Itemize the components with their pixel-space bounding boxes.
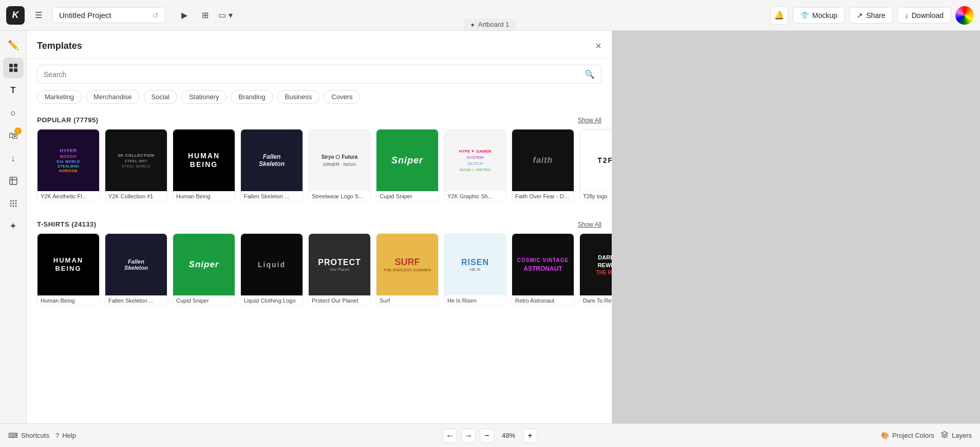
template-card[interactable]: COSMIC VINTAGE ASTRONAUT Retro Astronaut — [512, 233, 574, 306]
sidebar-item-edit[interactable]: ✏️ — [3, 35, 24, 55]
bottom-left: ⌨ Shortcuts ? Help — [8, 432, 76, 439]
panel-header: Templates × — [27, 31, 612, 59]
sidebar-item-magic[interactable]: ✦ — [3, 216, 24, 236]
svg-point-5 — [10, 200, 11, 202]
shortcuts-button[interactable]: ⌨ Shortcuts — [8, 432, 49, 439]
template-card[interactable]: Liquid Liquid Clothing Logo — [240, 233, 303, 306]
tshirts-grid: HUMANBEING Human Being FallenSkeleton Fa… — [37, 233, 601, 306]
template-card[interactable]: Sniper Cupid Sniper — [173, 233, 235, 306]
template-name: T2fly logo — [580, 191, 612, 201]
layers-button[interactable]: Layers — [940, 431, 972, 440]
template-card[interactable]: SURF THE ENDLESS SUMMER Surf — [376, 233, 439, 306]
search-area: 🔍 — [27, 59, 612, 90]
template-card[interactable]: RISEN HE IS He Is Risen — [444, 233, 506, 306]
share-icon: ↗ — [857, 11, 863, 20]
menu-button[interactable]: ☰ — [30, 7, 47, 24]
undo-button[interactable]: ← — [443, 429, 457, 443]
panel-title: Templates — [37, 41, 82, 51]
sidebar-item-grid[interactable] — [3, 193, 24, 214]
sidebar-item-bag[interactable]: 🛍 ! — [3, 125, 24, 146]
download-button[interactable]: ↓ Download — [897, 7, 951, 24]
edit-title-icon[interactable]: ↺ — [153, 11, 159, 20]
play-button[interactable]: ▶ — [176, 7, 193, 24]
svg-rect-3 — [14, 68, 17, 72]
tshirts-show-all[interactable]: Show All — [578, 221, 601, 228]
filter-tab-business[interactable]: Business — [277, 90, 320, 104]
artboard-tab[interactable]: ● Artboard 1 — [464, 18, 517, 30]
help-button[interactable]: ? Help — [55, 432, 76, 439]
filter-tab-merchandise[interactable]: Merchandise — [86, 90, 139, 104]
template-card[interactable]: faith Faith Over Fear - Dar... — [512, 129, 574, 202]
template-card[interactable]: DARE TOREWRITE THE RULES Dare To Rewrite… — [579, 233, 612, 306]
project-colors-button[interactable]: 🎨 Project Colors — [881, 432, 934, 439]
filter-tab-covers[interactable]: Covers — [324, 90, 360, 104]
sidebar-item-shapes[interactable]: ○ — [3, 103, 24, 123]
zoom-out-button[interactable]: − — [480, 429, 494, 443]
filter-tab-social[interactable]: Social — [144, 90, 177, 104]
template-name: Faith Over Fear - Dar... — [512, 191, 574, 201]
topbar-tools: ▶ ⊞ ▭ ▾ — [176, 7, 234, 24]
frame-button[interactable]: ⊞ — [196, 7, 214, 24]
topbar-right: 🔔 👕 Mockup ↗ Share ↓ Download — [770, 6, 974, 25]
template-name: Y2K Aesthetic Fl... — [37, 191, 99, 201]
popular-show-all[interactable]: Show All — [578, 117, 601, 124]
template-name: Dare To Rewrite The ... — [580, 295, 612, 306]
close-panel-button[interactable]: × — [595, 40, 601, 52]
template-name: Surf — [376, 295, 438, 306]
sidebar-item-text[interactable]: T — [3, 80, 24, 101]
notifications-button[interactable]: 🔔 — [770, 6, 788, 25]
main-layout: ✏️ T ○ 🛍 ! ↓ ✦ Templates × — [0, 31, 980, 447]
template-card[interactable]: HYPE ✦ GAMER SYSTEM GLITCH NOVA ☆ RETRO … — [444, 129, 506, 202]
svg-point-12 — [12, 206, 14, 207]
share-button[interactable]: ↗ Share — [849, 7, 893, 24]
template-card[interactable]: Siryo ⬡ Futura GRNER · NOVA Streetwear L… — [308, 129, 371, 202]
template-name: Cupid Sniper — [173, 295, 235, 306]
zoom-controls: ← → − 48% + — [443, 429, 537, 443]
template-card[interactable]: T2FLY T2fly logo — [579, 129, 612, 202]
svg-rect-4 — [10, 177, 17, 184]
shape-button[interactable]: ▭ ▾ — [217, 7, 234, 24]
sidebar-item-mask[interactable] — [3, 171, 24, 191]
project-title: Untitled Project — [59, 11, 149, 20]
template-name: Liquid Clothing Logo — [241, 295, 303, 306]
topbar: K ☰ Untitled Project ↺ ▶ ⊞ ▭ ▾ ● Artboar… — [0, 0, 980, 31]
search-input[interactable] — [44, 70, 580, 79]
filter-tab-stationery[interactable]: Stationery — [181, 90, 227, 104]
filter-tab-branding[interactable]: Branding — [231, 90, 273, 104]
project-colors-icon: 🎨 — [881, 432, 889, 439]
template-card[interactable]: FallenSkeleton Fallen Skeleton ... — [240, 129, 303, 202]
templates-panel: Templates × 🔍 Marketing Merchandise Soci… — [27, 31, 612, 447]
bag-badge: ! — [14, 127, 22, 135]
mockup-icon: 👕 — [800, 11, 809, 20]
mockup-button[interactable]: 👕 Mockup — [793, 7, 845, 24]
sidebar-item-templates[interactable] — [3, 58, 24, 78]
svg-rect-1 — [14, 64, 17, 67]
template-card[interactable]: Sniper Cupid Sniper — [376, 129, 439, 202]
template-card[interactable]: HUMANBEING Human Being — [37, 233, 100, 306]
popular-section-header: POPULAR (77795) Show All — [37, 110, 601, 129]
svg-point-8 — [10, 203, 11, 204]
avatar[interactable] — [955, 6, 974, 25]
redo-button[interactable]: → — [461, 429, 476, 443]
zoom-value: 48% — [498, 432, 519, 439]
popular-grid: HYPER BOZOO DJs WORLD STEALMINI HORIZON … — [37, 129, 601, 202]
template-card[interactable]: FallenSkeleton Fallen Skeleton ... — [105, 233, 167, 306]
svg-point-10 — [15, 203, 16, 204]
template-card[interactable]: HUMANBEING Human Being — [173, 129, 235, 202]
sidebar-item-download[interactable]: ↓ — [3, 148, 24, 169]
svg-rect-2 — [9, 68, 13, 72]
filter-tab-marketing[interactable]: Marketing — [37, 90, 82, 104]
left-sidebar: ✏️ T ○ 🛍 ! ↓ ✦ — [0, 31, 27, 447]
project-title-area[interactable]: Untitled Project ↺ — [52, 7, 165, 23]
app-logo[interactable]: K — [6, 6, 25, 25]
popular-section-title: POPULAR (77795) — [37, 116, 98, 124]
zoom-in-button[interactable]: + — [523, 429, 537, 443]
bottom-bar: ⌨ Shortcuts ? Help ← → − 48% + 🎨 Project… — [0, 423, 980, 447]
template-name: Fallen Skeleton ... — [241, 191, 303, 201]
template-name: Streetwear Logo She... — [309, 191, 370, 201]
template-card[interactable]: 2K COLLECTION STEEL MNT STEEL WORLD Y2K … — [105, 129, 167, 202]
search-icon: 🔍 — [585, 69, 595, 79]
template-card[interactable]: PROTECT Our Planet Protect Our Planet — [308, 233, 371, 306]
template-card[interactable]: HYPER BOZOO DJs WORLD STEALMINI HORIZON … — [37, 129, 100, 202]
svg-point-11 — [10, 206, 11, 207]
